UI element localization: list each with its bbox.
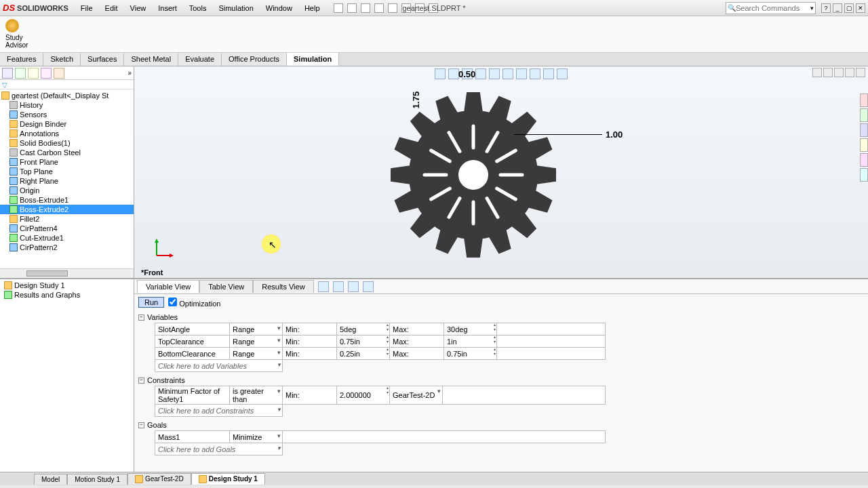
property-manager-tab-icon[interactable] <box>15 68 26 79</box>
study-tree[interactable]: Design Study 1Results and Graphs <box>0 279 134 472</box>
bottom-tab-model[interactable]: Model <box>34 474 67 485</box>
add-variable[interactable]: Click here to add Variables <box>155 360 282 371</box>
ds-tab-table-view[interactable]: Table View <box>199 280 253 293</box>
study-advisor-icon[interactable] <box>5 19 19 33</box>
cmdtab-evaluate[interactable]: Evaluate <box>178 53 222 66</box>
tree-item[interactable]: Annotations <box>0 129 134 138</box>
add-constraint[interactable]: Click here to add Constraints <box>155 405 282 416</box>
menu-file[interactable]: File <box>75 2 98 14</box>
menu-insert[interactable]: Insert <box>153 2 182 14</box>
dimension-right[interactable]: 1.00 <box>606 129 623 140</box>
var-name[interactable]: SlotAngle <box>155 323 229 335</box>
viewport-two-icon[interactable] <box>823 68 833 77</box>
con-min-input[interactable]: 2.000000 <box>337 386 389 404</box>
cmdtab-surfaces[interactable]: Surfaces <box>81 53 124 66</box>
menu-edit[interactable]: Edit <box>100 2 123 14</box>
var-name[interactable]: BottomClearance <box>155 348 229 359</box>
tree-item[interactable]: Fillet2 <box>0 214 134 224</box>
feature-tree-tab-icon[interactable] <box>2 68 13 79</box>
var-max-input[interactable]: 0.75in <box>444 348 496 359</box>
ds-tab-results-view[interactable]: Results View <box>253 280 313 293</box>
help-icon[interactable]: ? <box>821 3 831 13</box>
add-goal[interactable]: Click here to add Goals <box>155 443 282 455</box>
con-op-dropdown[interactable]: is greater than <box>230 386 282 404</box>
var-min-input[interactable]: 5deg <box>337 323 389 335</box>
dimxpert-tab-icon[interactable] <box>41 68 52 79</box>
dimension-top[interactable]: 0.50 <box>458 69 475 79</box>
undo-icon[interactable] <box>388 3 397 13</box>
panel-collapse-icon[interactable]: » <box>127 69 132 77</box>
ds-toolbar-icon[interactable] <box>363 281 374 292</box>
tree-item[interactable]: Boss-Extrude2 <box>0 205 134 214</box>
tree-item[interactable]: Boss-Extrude1 <box>0 195 134 205</box>
optimization-checkbox[interactable]: Optimization <box>168 298 220 308</box>
cmdtab-sketch[interactable]: Sketch <box>43 53 81 66</box>
search-commands[interactable]: 🔍 ▾ <box>726 2 816 14</box>
menu-tools[interactable]: Tools <box>184 2 212 14</box>
goal-name[interactable]: Mass1 <box>155 431 229 443</box>
configuration-tab-icon[interactable] <box>28 68 39 79</box>
bottom-tab-geartest-2d[interactable]: GearTest-2D <box>127 473 191 485</box>
ds-toolbar-icon[interactable] <box>318 281 329 292</box>
viewport-link-icon[interactable] <box>834 68 844 77</box>
tree-item[interactable]: Cut-Extrude1 <box>0 233 134 243</box>
tree-item[interactable]: Top Plane <box>0 167 134 176</box>
restore-icon[interactable]: ▢ <box>844 3 854 13</box>
menu-view[interactable]: View <box>125 2 152 14</box>
search-input[interactable] <box>736 4 810 12</box>
tree-item[interactable]: Front Plane <box>0 157 134 167</box>
dimension-left[interactable]: 1.75 <box>411 92 421 108</box>
display-manager-tab-icon[interactable] <box>54 68 64 79</box>
cmdtab-simulation[interactable]: Simulation <box>287 53 339 66</box>
tree-item[interactable]: Sensors <box>0 110 134 119</box>
viewport-four-icon[interactable] <box>845 68 854 77</box>
cmdtab-features[interactable]: Features <box>0 53 43 66</box>
tree-item[interactable]: Right Plane <box>0 176 134 186</box>
filter-bar[interactable]: ▽ <box>0 80 134 89</box>
tree-item[interactable]: History <box>0 100 134 110</box>
var-type-dropdown[interactable]: Range <box>230 348 282 359</box>
minimize-icon[interactable]: _ <box>833 3 842 13</box>
tree-item[interactable]: Solid Bodies(1) <box>0 138 134 148</box>
ds-tab-variable-view[interactable]: Variable View <box>137 280 199 293</box>
save-icon[interactable] <box>361 3 370 13</box>
menu-help[interactable]: Help <box>299 2 326 14</box>
tree-hscrollbar[interactable] <box>0 268 134 278</box>
collapse-icon[interactable]: − <box>138 378 144 384</box>
var-type-dropdown[interactable]: Range <box>230 323 282 335</box>
con-name[interactable]: Minimum Factor of Safety1 <box>155 386 229 404</box>
graphics-viewport[interactable]: 0.50 1.75 1.00 ↖ *Front <box>134 66 868 278</box>
menu-window[interactable]: Window <box>260 2 298 14</box>
tree-item[interactable]: CirPattern4 <box>0 224 134 233</box>
bottom-tab-design-study-1[interactable]: Design Study 1 <box>191 473 265 485</box>
new-icon[interactable] <box>334 3 343 13</box>
collapse-icon[interactable]: − <box>138 422 144 428</box>
var-min-input[interactable]: 0.75in <box>337 336 389 347</box>
viewport-close-icon[interactable] <box>856 68 865 77</box>
tree-root[interactable]: geartest (Default<_Display St <box>0 91 134 100</box>
open-icon[interactable] <box>347 3 357 13</box>
tree-item[interactable]: Cast Carbon Steel <box>0 148 134 157</box>
cmdtab-sheet-metal[interactable]: Sheet Metal <box>124 53 178 66</box>
close-icon[interactable]: ✕ <box>856 3 865 13</box>
bottom-tab-motion-study-1[interactable]: Motion Study 1 <box>67 474 127 485</box>
ds-toolbar-icon[interactable] <box>333 281 344 292</box>
task-pane[interactable] <box>860 94 868 183</box>
tree-item[interactable]: Design Binder <box>0 119 134 129</box>
var-type-dropdown[interactable]: Range <box>230 336 282 347</box>
var-name[interactable]: TopClearance <box>155 336 229 347</box>
viewport-single-icon[interactable] <box>812 68 822 77</box>
cmdtab-office-products[interactable]: Office Products <box>222 53 287 66</box>
ds-toolbar-icon[interactable] <box>348 281 359 292</box>
search-dropdown-icon[interactable]: ▾ <box>810 5 814 12</box>
study-tree-item[interactable]: Results and Graphs <box>1 290 132 300</box>
menu-simulation[interactable]: Simulation <box>213 2 258 14</box>
feature-tree[interactable]: geartest (Default<_Display StHistorySens… <box>0 89 134 268</box>
collapse-icon[interactable]: − <box>138 314 144 321</box>
study-tree-item[interactable]: Design Study 1 <box>1 281 132 290</box>
tree-item[interactable]: CirPattern2 <box>0 243 134 252</box>
run-button[interactable]: Run <box>138 297 164 308</box>
print-icon[interactable] <box>374 3 384 13</box>
var-min-input[interactable]: 0.25in <box>337 348 389 359</box>
var-max-input[interactable]: 1in <box>444 336 496 347</box>
